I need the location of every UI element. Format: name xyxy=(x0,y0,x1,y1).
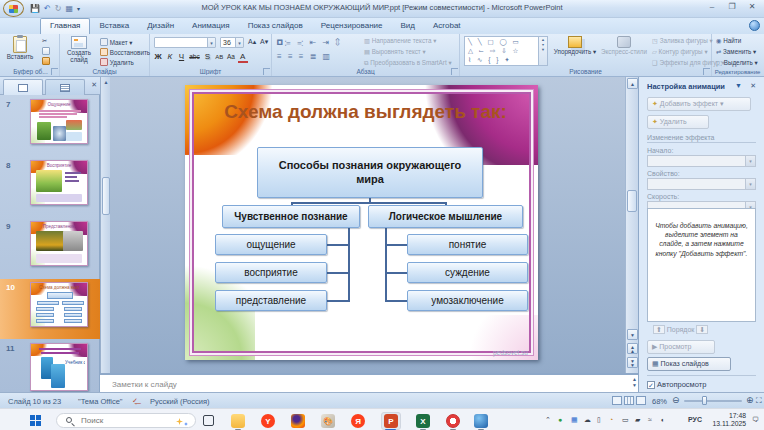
slide-area-scrollbar[interactable]: ▲ ▼ ▲▲ ▼▼ xyxy=(625,77,638,373)
format-painter-button[interactable] xyxy=(42,57,50,65)
diagram-leaf-umozaklyuchenie[interactable]: умозаключение xyxy=(407,290,528,311)
clipboard-dialog-launcher[interactable] xyxy=(51,68,58,75)
minimize-button[interactable]: – xyxy=(706,2,718,11)
pane-close-icon[interactable]: ✕ xyxy=(750,82,756,90)
quick-styles-button[interactable]: Экспресс-стили xyxy=(600,36,648,66)
zoom-slider-thumb[interactable] xyxy=(702,396,707,405)
shapes-gallery[interactable]: ╲ ╲ ▢ ◯ ▭ △ ⌙ ⇨ ⇩ ☆ ⌇ ∿ { } ✦ ▲▾▼ xyxy=(464,36,548,66)
shape-outline-button[interactable]: ▱ Контур фигуры ▾ xyxy=(652,48,708,55)
animation-list-box[interactable]: Чтобы добавить анимацию, выделите элемен… xyxy=(647,208,756,322)
spellcheck-icon[interactable]: ✓͟ͅ xyxy=(132,397,138,405)
reset-button[interactable]: Восстановить xyxy=(100,48,150,56)
zoom-percent[interactable]: 68% xyxy=(652,397,667,406)
paste-button[interactable]: Вставить xyxy=(4,36,36,66)
tab-acrobat[interactable]: Acrobat xyxy=(424,19,470,35)
ribbon-style-icon[interactable] xyxy=(749,20,760,31)
autopreview-row[interactable]: ✓ Автопросмотр xyxy=(647,380,706,389)
italic-button[interactable]: К xyxy=(165,52,175,61)
slide-7-thumbnail[interactable]: Ощущение xyxy=(30,99,88,144)
taskbar-clock[interactable]: 17:48 13.11.2025 xyxy=(712,412,746,428)
tray-cloud-icon[interactable]: ☁ xyxy=(584,416,591,424)
add-effect-button[interactable]: ✦ Добавить эффект ▾ xyxy=(647,97,751,111)
convert-smartart-button[interactable]: ⧉ Преобразовать в SmartArt ▾ xyxy=(364,59,452,67)
alignment-icons[interactable]: ≡ ≡ ≡ ≣ ▥ xyxy=(277,52,332,61)
thumbnail-row-8[interactable]: 8 Восприятие xyxy=(0,157,100,217)
scroll-up-icon[interactable]: ▲ xyxy=(101,77,111,87)
select-button[interactable]: ⬚ Выделить ▾ xyxy=(716,59,758,66)
tray-display-icon[interactable]: ▭ xyxy=(622,416,629,424)
maximize-button[interactable]: ❐ xyxy=(726,2,738,11)
bold-button[interactable]: Ж xyxy=(153,52,163,61)
underline-button[interactable]: Ч xyxy=(177,52,187,61)
paint-icon[interactable]: 🎨 xyxy=(321,414,335,428)
yandex-icon[interactable]: Я xyxy=(351,414,365,428)
tray-device-icon[interactable]: ▯ xyxy=(597,416,601,424)
notes-scroll-icons[interactable]: ▲▼ xyxy=(632,376,637,388)
diagram-branch-left[interactable]: Чувственное познание xyxy=(222,205,360,228)
strikethrough-button[interactable]: abc xyxy=(188,53,200,60)
slides-panel-scrollbar[interactable]: ▲ ▼ xyxy=(100,77,110,392)
paragraph-dialog-launcher[interactable] xyxy=(451,68,458,75)
powerpoint-icon[interactable]: P xyxy=(384,414,398,428)
tab-pokaz-slaydov[interactable]: Показ слайдов xyxy=(239,19,312,35)
next-slide-button[interactable]: ▼▼ xyxy=(627,357,638,368)
text-shadow-button[interactable]: S xyxy=(202,52,212,61)
notification-center-icon[interactable]: 🗨 xyxy=(752,416,759,423)
tray-battery-icon[interactable]: ▰ xyxy=(635,416,640,424)
previous-slide-button[interactable]: ▲▲ xyxy=(627,343,638,354)
opera-icon[interactable] xyxy=(446,414,460,428)
pane-menu-arrow-icon[interactable]: ▼ xyxy=(735,82,742,89)
thumbnail-row-9[interactable]: 9 Представление xyxy=(0,218,100,278)
drawing-dialog-launcher[interactable] xyxy=(703,68,710,75)
diagram-leaf-ponyatie[interactable]: понятие xyxy=(407,234,528,255)
remove-effect-button[interactable]: ✦ Удалить xyxy=(647,115,709,129)
slideshow-view-icon[interactable] xyxy=(636,396,646,405)
yandex-browser-icon[interactable]: Y xyxy=(261,414,275,428)
thumbnail-row-11[interactable]: 11 Учебник с. 44-46 РТ: с. 71 № 76 xyxy=(0,340,100,392)
task-view-icon[interactable] xyxy=(203,415,214,426)
text-direction-button[interactable]: ▥ Направление текста ▾ xyxy=(364,37,436,44)
layout-button[interactable]: Макет ▾ xyxy=(100,38,133,46)
copy-button[interactable] xyxy=(42,47,50,55)
tab-vid[interactable]: Вид xyxy=(392,19,424,35)
play-button[interactable]: ▶ Просмотр xyxy=(647,340,715,354)
scrollbar-thumb[interactable] xyxy=(102,177,110,215)
language-indicator[interactable]: Русский (Россия) xyxy=(150,397,210,406)
diagram-leaf-suzhdenie[interactable]: суждение xyxy=(407,262,528,283)
slide-8-thumbnail[interactable]: Восприятие xyxy=(30,160,88,205)
tab-recenzirovanie[interactable]: Рецензирование xyxy=(312,19,392,35)
tray-language[interactable]: РУС xyxy=(688,416,702,423)
slide-title-text[interactable]: Схема должна выглядеть так: xyxy=(205,101,526,123)
arrange-button[interactable]: Упорядочить ▾ xyxy=(552,36,598,66)
zoom-in-icon[interactable]: ⊕ xyxy=(746,395,754,405)
cut-button[interactable]: ✂ xyxy=(42,37,47,44)
scroll-up-icon[interactable]: ▲ xyxy=(627,78,638,89)
font-size-combo[interactable]: 36▾ xyxy=(220,37,244,48)
grow-font-button[interactable]: A▴ xyxy=(248,38,256,46)
replace-button[interactable]: ⇄ Заменить ▾ xyxy=(716,48,756,55)
new-slide-button[interactable]: Создать слайд xyxy=(63,36,95,66)
notes-pane[interactable]: Заметки к слайду ▲▼ xyxy=(100,373,638,392)
tab-dizayn[interactable]: Дизайн xyxy=(138,19,183,35)
slide-sorter-view-icon[interactable] xyxy=(624,396,634,405)
diagram-leaf-oshchushchenie[interactable]: ощущение xyxy=(215,234,327,255)
start-dropdown[interactable]: ▾ xyxy=(647,155,756,167)
tray-app-icon[interactable]: ▦ xyxy=(571,416,578,424)
find-button[interactable]: ◉ Найти xyxy=(716,37,741,44)
firefox-icon[interactable] xyxy=(291,414,305,428)
zoom-slider-track[interactable] xyxy=(684,400,742,402)
search-input[interactable] xyxy=(81,415,161,426)
tray-expand-chevron-icon[interactable]: ⌃ xyxy=(545,416,551,424)
fit-to-window-icon[interactable]: ⛶ xyxy=(756,396,762,406)
font-color-button[interactable]: А xyxy=(238,52,248,63)
globe-app-icon[interactable] xyxy=(474,414,488,428)
font-dialog-launcher[interactable] xyxy=(263,68,270,75)
autopreview-checkbox-checked[interactable]: ✓ xyxy=(647,381,655,389)
tray-volume-icon[interactable]: ◖ xyxy=(660,416,664,423)
shrink-font-button[interactable]: A▾ xyxy=(260,38,268,46)
panel-close-icon[interactable]: ✕ xyxy=(91,81,97,89)
move-up-icon[interactable]: ⬆ xyxy=(653,325,665,334)
slide-show-button[interactable]: ▦ Показ слайдов xyxy=(647,357,731,371)
move-down-icon[interactable]: ⬇ xyxy=(696,325,708,334)
property-dropdown[interactable]: ▾ xyxy=(647,178,756,190)
